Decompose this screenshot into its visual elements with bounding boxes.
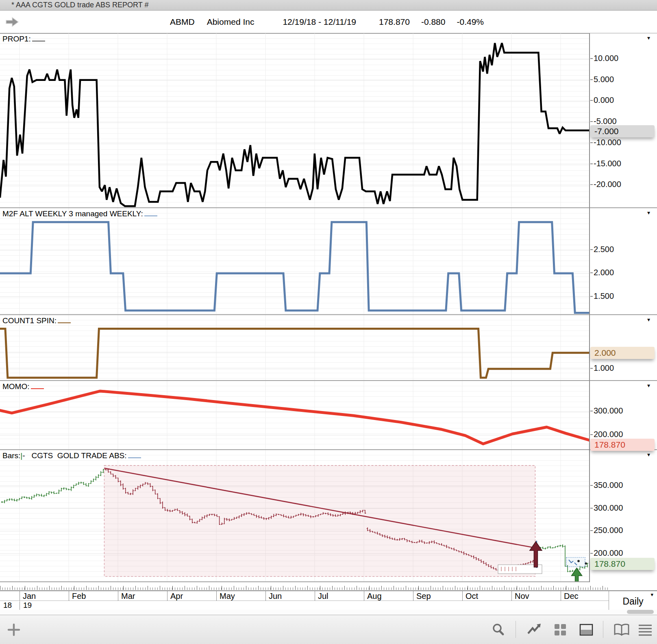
m2f-plot: [0, 208, 589, 314]
month-label: Dec: [561, 591, 609, 601]
price-axis-line: [589, 33, 590, 582]
panel-separator: [0, 314, 657, 315]
chevron-down-icon: ▾: [650, 592, 653, 598]
axis-tick-label: -15.000: [594, 159, 621, 168]
axis-tick-label: -10.000: [594, 138, 621, 147]
count1-last-value-badge: 2.000: [590, 347, 655, 359]
panel-label-count1: COUNT1 SPIN:: [2, 316, 71, 325]
book-icon[interactable]: [613, 622, 630, 637]
symbol: ABMD: [170, 17, 195, 27]
month-label: Jun: [265, 591, 315, 601]
bottom-toolbar: [0, 615, 657, 644]
last-price: 178.870: [379, 17, 410, 27]
panel-dropdown-icon[interactable]: ▾: [647, 451, 650, 458]
month-axis: JanFebMarAprMayJunJulAugSepOctNovDec: [0, 590, 609, 601]
timeframe-selector[interactable]: Daily ▾: [609, 590, 657, 610]
month-label: Aug: [364, 591, 413, 601]
axis-tick-label: 2.000: [594, 268, 614, 277]
menu-list-icon[interactable]: [637, 622, 653, 637]
month-label: Sep: [413, 591, 462, 601]
axis-tick-label: 350.000: [594, 481, 623, 490]
axis-tick-label: 200.000: [594, 430, 623, 439]
timeframe-label: Daily: [609, 596, 657, 607]
month-label: Jul: [315, 591, 364, 601]
axis-tick-label: 200.000: [594, 548, 623, 558]
axis-tick-label: 5.000: [594, 75, 614, 84]
month-label: Apr: [167, 591, 216, 601]
axis-tick-label: -5.000: [594, 117, 617, 126]
panel-separator: [0, 449, 657, 450]
trend-chart-icon[interactable]: [527, 622, 542, 637]
month-label: [0, 591, 20, 601]
count1-plot: [0, 315, 589, 380]
chart-header: ABMD Abiomed Inc 12/19/18 - 12/11/19 178…: [0, 11, 657, 34]
panel-label-prop1: PROP1:: [2, 35, 45, 44]
axis-tick-label: 300.000: [594, 503, 623, 513]
company-name: Abiomed Inc: [207, 17, 255, 27]
axis-tick-label: 300.000: [594, 406, 623, 416]
axis-tick-label: 1.000: [594, 363, 614, 373]
panel-label-m2f: M2F ALT WEEKLY 3 managed WEEKLY:: [2, 209, 157, 218]
horizontal-scrollbar-thumb[interactable]: [627, 610, 654, 614]
date-range: 12/19/18 - 12/11/19: [283, 17, 356, 27]
panel-price-bars: Bars:|- CGTS GOLD TRADE ABS: 350.000300.…: [0, 450, 657, 581]
panel-separator: [0, 380, 657, 381]
momo-last-value-badge: 178.870: [590, 439, 655, 451]
panel-dropdown-icon[interactable]: ▾: [647, 209, 650, 216]
month-label: Oct: [462, 591, 511, 601]
panel-label-momo: MOMO:: [2, 382, 44, 391]
panel-dropdown-icon[interactable]: ▾: [647, 382, 650, 389]
toolbar-divider: [603, 621, 603, 638]
axis-tick-label: -20.000: [594, 180, 621, 189]
time-ruler: [0, 582, 609, 590]
panel-count1-spin: COUNT1 SPIN: 1.000 2.000 ▾: [0, 315, 657, 380]
panel-momo: MOMO: 300.000200.000 178.870 ▾: [0, 381, 657, 449]
axis-tick-label: 1.500: [594, 292, 614, 301]
panel-prop1: PROP1: 10.0005.0000.000-5.000-10.000-15.…: [0, 33, 657, 207]
panel-layout-icon[interactable]: [579, 622, 594, 637]
search-icon[interactable]: [491, 622, 506, 637]
month-label: Feb: [69, 591, 118, 601]
month-label: Mar: [118, 591, 167, 601]
window-title: * AAA CGTS GOLD trade ABS REPORT #: [0, 0, 657, 11]
axis-tick-label: 10.000: [594, 54, 618, 63]
year-label: 18: [0, 601, 20, 610]
axis-tick-label: 0.000: [594, 96, 614, 105]
panel-dropdown-icon[interactable]: ▾: [647, 316, 650, 323]
month-label: Nov: [511, 591, 561, 601]
panel-separator: [0, 207, 657, 208]
panel-dropdown-icon[interactable]: ▾: [647, 35, 650, 41]
price-bars-plot: [0, 450, 589, 581]
toolbar-divider: [516, 621, 516, 638]
selection-box: [566, 557, 585, 567]
prop1-last-value-badge: -7.000: [590, 125, 655, 137]
month-label: Jan: [20, 591, 69, 601]
panel-label-bars: Bars:|- CGTS GOLD TRADE ABS:: [2, 451, 141, 460]
add-icon[interactable]: [7, 622, 21, 637]
price-change-pct: -0.49%: [457, 17, 484, 27]
m2f-axis: 2.5002.0001.500: [589, 208, 657, 314]
price-change: -0.880: [421, 17, 446, 27]
prop1-plot: [0, 33, 589, 207]
month-label: May: [216, 591, 265, 601]
price-last-value-badge: 178.870: [590, 558, 655, 570]
year-label: 19: [20, 601, 609, 610]
axis-tick-label: 250.000: [594, 526, 623, 535]
forward-arrow-icon[interactable]: [5, 16, 20, 28]
charting-app-window: * AAA CGTS GOLD trade ABS REPORT # ABMD …: [0, 0, 657, 644]
panel-m2f: M2F ALT WEEKLY 3 managed WEEKLY: 2.5002.…: [0, 208, 657, 314]
momo-plot: [0, 381, 589, 449]
horizontal-scrollbar-track[interactable]: [0, 610, 657, 615]
year-axis: 1819: [0, 601, 609, 610]
axis-tick-label: 2.500: [594, 245, 614, 254]
prop1-axis: 10.0005.0000.000-5.000-10.000-15.000-20.…: [589, 33, 657, 207]
grid-layout-icon[interactable]: [553, 622, 568, 637]
